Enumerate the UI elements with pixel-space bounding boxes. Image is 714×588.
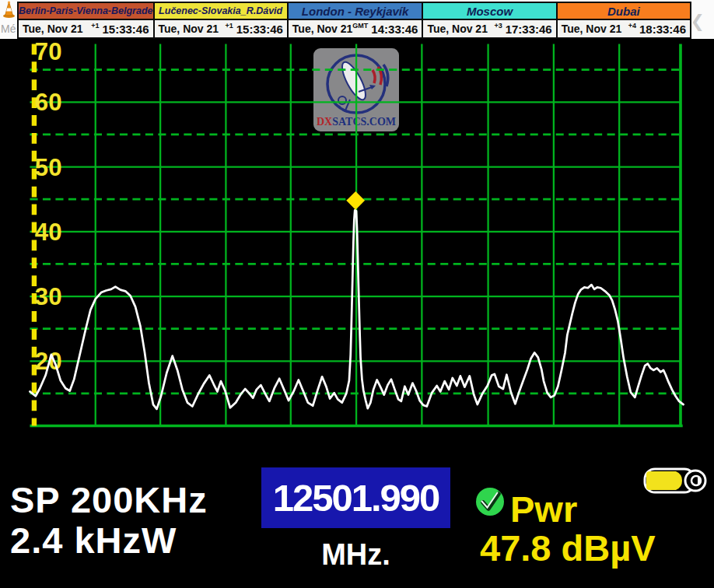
clock-date: Tue, Nov 21 <box>292 23 353 35</box>
clock-city-label: Lučenec-Slovakia_R.Dávid <box>155 3 287 20</box>
clock-lucenec[interactable]: Lučenec-Slovakia_R.Dávid Tue, Nov 21 +1 … <box>153 2 287 39</box>
clock-dubai[interactable]: Dubai Tue, Nov 21 +4 18:33:46 <box>556 2 691 39</box>
clock-berlin[interactable]: Berlin-Paris-Vienna-Belgrade Tue, Nov 21… <box>17 2 153 39</box>
spectrum-grid-and-trace: 706050403020 <box>0 39 714 464</box>
frequency-unit-label: MHz. <box>261 538 450 572</box>
y-axis-tick-label: 60 <box>35 89 62 116</box>
bandwidth-setting-label: 2.4 kHzW <box>10 519 177 562</box>
frequency-value: 12501.990 <box>273 476 439 520</box>
media-menu-label[interactable]: Mé <box>1 23 16 35</box>
y-axis-tick-label: 50 <box>35 154 62 181</box>
clock-city-label: Moscow <box>423 3 555 20</box>
clock-time: 15:33:46 <box>236 23 283 36</box>
clock-time: 14:33:46 <box>371 23 418 36</box>
power-label: Pwr <box>510 488 577 530</box>
lock-check-icon <box>474 486 506 517</box>
clock-time-row: Tue, Nov 21 +3 17:33:46 <box>423 20 555 37</box>
peak-marker-diamond[interactable] <box>346 191 365 210</box>
clock-utc-offset: GMT <box>352 20 368 30</box>
spectrum-plot-area: DXSATCS.COM 706050403020 <box>0 39 714 464</box>
y-axis-tick-label: 30 <box>35 283 62 310</box>
clock-city-label: Dubai <box>558 3 690 20</box>
clock-city-label: London - Reykjavík <box>289 3 422 20</box>
world-clocks-bar: Berlin-Paris-Vienna-Belgrade Tue, Nov 21… <box>17 2 691 39</box>
clock-time-row: Tue, Nov 21 +1 15:33:46 <box>19 20 153 37</box>
clock-time: 17:33:46 <box>506 23 552 36</box>
clock-utc-offset: +1 <box>91 20 99 30</box>
spectrum-analyzer-screen: Mé Berlin-Paris-Vienna-Belgrade Tue, Nov… <box>0 0 714 588</box>
clock-utc-offset: +3 <box>494 20 502 30</box>
clock-time-row: Tue, Nov 21 +4 18:33:46 <box>558 20 690 37</box>
clock-utc-offset: +4 <box>628 20 636 30</box>
clock-utc-offset: +1 <box>226 20 233 30</box>
clock-moscow[interactable]: Moscow Tue, Nov 21 +3 17:33:46 <box>422 2 555 39</box>
clock-time-row: Tue, Nov 21 +1 15:33:46 <box>155 20 287 37</box>
clock-date: Tue, Nov 21 <box>23 23 83 35</box>
clock-date: Tue, Nov 21 <box>159 23 219 35</box>
span-setting-label: SP 200KHz <box>10 478 208 521</box>
clock-date: Tue, Nov 21 <box>427 23 488 35</box>
clock-time: 18:33:46 <box>639 23 686 36</box>
readout-bar: SP 200KHz 2.4 kHzW 12501.990 MHz. Pwr 47… <box>0 464 714 588</box>
battery-icon <box>642 466 709 495</box>
chevron-left-icon[interactable]: ❮ <box>691 13 705 30</box>
y-axis-tick-label: 40 <box>35 219 62 246</box>
clock-london[interactable]: London - Reykjavík Tue, Nov 21 GMT 14:33… <box>287 2 422 39</box>
y-axis-tick-label: 70 <box>35 39 62 65</box>
clock-time: 15:33:46 <box>102 23 149 36</box>
frequency-display-box[interactable]: 12501.990 <box>261 467 450 528</box>
power-value: 47.8 dBµV <box>480 527 656 569</box>
clock-city-label: Berlin-Paris-Vienna-Belgrade <box>19 3 153 20</box>
top-bar: Mé Berlin-Paris-Vienna-Belgrade Tue, Nov… <box>0 0 714 39</box>
clock-time-row: Tue, Nov 21 GMT 14:33:46 <box>289 20 422 37</box>
clock-date: Tue, Nov 21 <box>562 23 622 35</box>
vlc-cone-icon[interactable] <box>2 1 16 19</box>
